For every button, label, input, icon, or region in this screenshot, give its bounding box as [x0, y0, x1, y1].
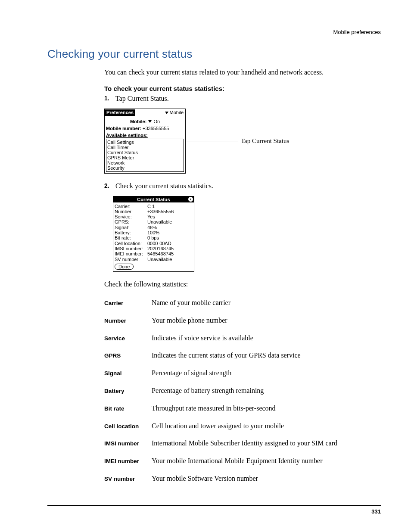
def-desc: International Mobile Subscriber Identity… — [152, 439, 337, 448]
def-desc: Percentage of signal strength — [152, 369, 231, 378]
status-row: Battery:100% — [115, 230, 193, 235]
definition-row: GPRSIndicates the current status of your… — [104, 351, 381, 360]
stat-value: Yes — [147, 214, 155, 219]
stat-label: Service: — [115, 214, 147, 219]
screenshot-preferences-wrap: Preferences Mobile Mobile: On Mobile num… — [104, 109, 381, 173]
status-row: GPRS:Unavailable — [115, 219, 193, 224]
step-text: Tap Current Status. — [115, 95, 169, 103]
definition-row: Bit rateThroughput rate measured in bits… — [104, 404, 381, 413]
available-settings-heading: Available settings: — [106, 133, 184, 138]
status-row: Cell location:0000-00AD — [115, 241, 193, 246]
preferences-screen: Preferences Mobile Mobile: On Mobile num… — [104, 109, 186, 173]
status-row: IMEI number:5465468745 — [115, 251, 193, 256]
stat-value: 2020168745 — [147, 246, 174, 251]
step-number: 1. — [104, 95, 115, 103]
page-footer: 331 — [47, 505, 381, 515]
def-desc: Indicates if voice service is available — [152, 334, 253, 343]
step-text: Check your current status statistics. — [115, 182, 213, 190]
setting-item-call-settings[interactable]: Call Settings — [107, 140, 183, 145]
definition-row: NumberYour mobile phone number — [104, 316, 381, 325]
stat-label: Bit rate: — [115, 235, 147, 240]
setting-item-call-timer[interactable]: Call Timer — [107, 145, 183, 150]
def-desc: Percentage of battery strength remaining — [152, 386, 264, 395]
step-number: 2. — [104, 182, 115, 190]
prefs-category-label: Mobile — [170, 110, 184, 115]
def-desc: Cell location and tower assigned to your… — [152, 422, 284, 431]
status-row: IMSI number:2020168745 — [115, 246, 193, 251]
step-2: 2. Check your current status statistics. — [104, 182, 381, 190]
status-row: Service:Yes — [115, 214, 193, 219]
stat-label: Carrier: — [115, 204, 147, 209]
status-row: SV number:Unavailable — [115, 257, 193, 262]
callout-connector — [187, 141, 238, 141]
setting-item-network[interactable]: Network — [107, 160, 183, 165]
stat-value: 0 bps — [147, 235, 159, 240]
stat-value: 5465468745 — [147, 251, 174, 256]
dropdown-icon — [148, 120, 152, 123]
mobile-number-row: Mobile number: +336555555 — [106, 126, 184, 131]
intro-text: You can check your current status relate… — [104, 68, 381, 77]
prefs-category-dropdown[interactable]: Mobile — [165, 110, 184, 115]
setting-item-gprs-meter[interactable]: GPRS Meter — [107, 155, 183, 160]
mobile-value: On — [153, 119, 160, 124]
info-icon[interactable]: i — [188, 197, 193, 202]
def-term: IMEI number — [104, 458, 152, 464]
stat-value: Unavailable — [147, 257, 172, 262]
status-screen: Current Status i Carrier:C 1 Number:+336… — [113, 196, 194, 272]
stat-value: 100% — [147, 230, 159, 235]
definition-row: BatteryPercentage of battery strength re… — [104, 386, 381, 395]
header-section-label: Mobile preferences — [47, 29, 381, 35]
prefs-title-tab[interactable]: Preferences — [105, 109, 135, 116]
stat-value: 48% — [147, 225, 157, 230]
status-row: Signal:48% — [115, 225, 193, 230]
definition-row: SV numberYour mobile Software Version nu… — [104, 474, 381, 483]
definition-row: IMSI numberInternational Mobile Subscrib… — [104, 439, 381, 448]
def-term: IMSI number — [104, 440, 152, 447]
status-row: Carrier:C 1 — [115, 204, 193, 209]
page-number: 331 — [47, 508, 381, 515]
stat-label: IMEI number: — [115, 251, 147, 256]
mobile-label: Mobile: — [130, 119, 147, 124]
definition-row: SignalPercentage of signal strength — [104, 369, 381, 378]
def-term: Number — [104, 317, 152, 324]
callout-label: Tap Current Status — [241, 137, 289, 145]
stat-label: Battery: — [115, 230, 147, 235]
done-button[interactable]: Done — [115, 264, 134, 270]
def-term: SV number — [104, 476, 152, 482]
def-term: Signal — [104, 370, 152, 376]
status-title: Current Status — [137, 197, 170, 202]
stat-value: 0000-00AD — [147, 241, 171, 246]
stat-value: +336555556 — [147, 209, 174, 214]
stat-value: C 1 — [147, 204, 155, 209]
dropdown-icon — [165, 112, 168, 114]
def-term: Service — [104, 335, 152, 342]
definitions-intro: Check the following statistics: — [104, 280, 381, 288]
def-desc: Your mobile International Mobile Equipme… — [152, 457, 323, 466]
def-term: Bit rate — [104, 405, 152, 412]
procedure-heading: To check your current status statistics: — [104, 85, 381, 92]
mobile-number-value: +336555555 — [143, 126, 169, 131]
definition-row: ServiceIndicates if voice service is ava… — [104, 334, 381, 343]
stat-label: SV number: — [115, 257, 147, 262]
stat-value: Unavailable — [147, 219, 172, 224]
def-term: Carrier — [104, 300, 152, 306]
definition-row: CarrierName of your mobile carrier — [104, 299, 381, 308]
settings-list: Call Settings Call Timer Current Status … — [106, 139, 184, 172]
def-desc: Your mobile Software Version number — [152, 474, 258, 483]
def-term: Cell location — [104, 423, 152, 429]
status-row: Bit rate:0 bps — [115, 235, 193, 240]
prefs-titlebar: Preferences Mobile — [105, 109, 185, 117]
definition-row: Cell locationCell location and tower ass… — [104, 422, 381, 431]
def-desc: Name of your mobile carrier — [152, 299, 230, 308]
footer-rule — [47, 505, 381, 506]
stat-label: Cell location: — [115, 241, 147, 246]
def-term: GPRS — [104, 352, 152, 359]
def-desc: Your mobile phone number — [152, 316, 227, 325]
setting-item-current-status[interactable]: Current Status — [107, 150, 183, 155]
stat-label: IMSI number: — [115, 246, 147, 251]
mobile-toggle-row[interactable]: Mobile: On — [106, 119, 184, 124]
setting-item-security[interactable]: Security — [107, 165, 183, 171]
status-body: Carrier:C 1 Number:+336555556 Service:Ye… — [113, 202, 194, 271]
def-term: Battery — [104, 388, 152, 394]
status-titlebar: Current Status i — [113, 196, 194, 202]
